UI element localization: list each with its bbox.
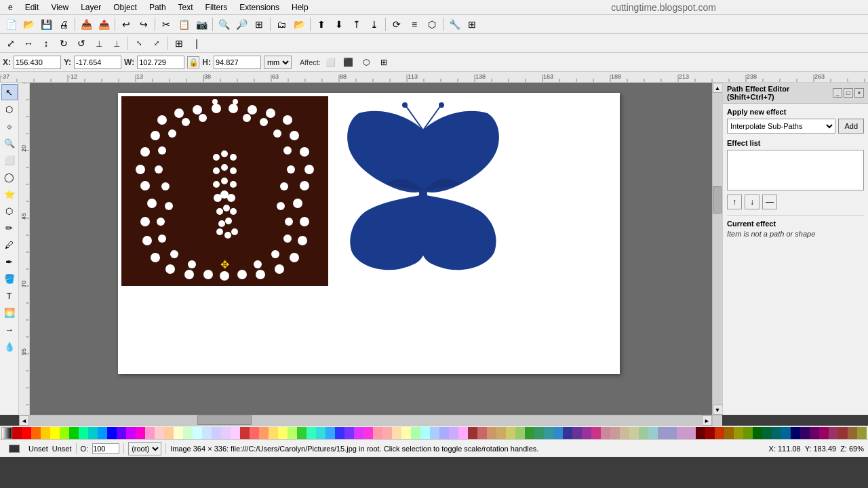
- scroll-thumb-v[interactable]: [713, 186, 722, 214]
- sel-snap1-btn[interactable]: ⤡: [131, 35, 147, 52]
- group-btn[interactable]: 🗂: [273, 16, 290, 33]
- palette-swatch[interactable]: [221, 427, 231, 439]
- palette-swatch[interactable]: [677, 427, 686, 439]
- palette-swatch[interactable]: [667, 427, 677, 439]
- tool-select[interactable]: ↖: [1, 84, 18, 100]
- lower-bottom-btn[interactable]: ⤓: [366, 16, 382, 33]
- menu-view[interactable]: View: [45, 1, 74, 14]
- palette-swatch[interactable]: [724, 427, 734, 439]
- menu-filters[interactable]: Filters: [200, 1, 233, 14]
- palette-swatch[interactable]: [420, 427, 430, 439]
- palette-swatch[interactable]: [591, 427, 601, 439]
- add-effect-btn[interactable]: Add: [838, 119, 864, 134]
- palette-swatch[interactable]: [772, 427, 781, 439]
- fill-stroke-indicator[interactable]: [4, 445, 24, 453]
- lock-proportions-btn[interactable]: 🔒: [187, 56, 199, 68]
- tool-zoom[interactable]: 🔍: [1, 135, 18, 151]
- effect-list-box[interactable]: [727, 150, 864, 190]
- palette-swatch[interactable]: [212, 427, 221, 439]
- sel-y-flip-btn[interactable]: ↕: [38, 35, 54, 52]
- effect-duplicate-btn[interactable]: —: [762, 195, 777, 209]
- palette-swatch[interactable]: [743, 427, 753, 439]
- effect-dropdown[interactable]: Interpolate Sub-Paths Bend Envelope Defo…: [727, 119, 835, 134]
- palette-swatch[interactable]: [202, 427, 212, 439]
- palette-swatch[interactable]: [496, 427, 506, 439]
- zoom-fit-btn[interactable]: ⊞: [251, 16, 267, 33]
- palette-swatch[interactable]: [193, 427, 202, 439]
- sel-transform-btn[interactable]: ⤢: [3, 35, 19, 52]
- palette-swatch[interactable]: [629, 427, 639, 439]
- palette-swatch[interactable]: [183, 427, 193, 439]
- palette-swatch[interactable]: [838, 427, 848, 439]
- no-color-swatch[interactable]: [1, 427, 12, 439]
- palette-swatch[interactable]: [174, 427, 183, 439]
- palette-swatch[interactable]: [126, 427, 136, 439]
- palette-swatch[interactable]: [98, 427, 107, 439]
- palette-swatch[interactable]: [60, 427, 69, 439]
- scroll-right-btn[interactable]: ►: [702, 415, 712, 426]
- palette-swatch[interactable]: [117, 427, 126, 439]
- menu-file[interactable]: e: [3, 1, 18, 14]
- palette-swatch[interactable]: [22, 427, 31, 439]
- palette-swatch[interactable]: [468, 427, 477, 439]
- palette-swatch[interactable]: [810, 427, 819, 439]
- palette-swatch[interactable]: [439, 427, 449, 439]
- scroll-up-btn[interactable]: ▲: [713, 83, 723, 93]
- palette-swatch[interactable]: [791, 427, 800, 439]
- guides-btn[interactable]: |: [189, 35, 205, 52]
- raise-btn[interactable]: ⬆: [313, 16, 330, 33]
- effect-up-btn[interactable]: ↑: [727, 195, 742, 209]
- print-btn[interactable]: 🖨: [56, 16, 72, 33]
- scroll-down-btn[interactable]: ▼: [713, 405, 723, 415]
- palette-swatch[interactable]: [658, 427, 667, 439]
- align-btn[interactable]: ≡: [406, 16, 422, 33]
- redo-btn[interactable]: ↪: [136, 16, 152, 33]
- palette-swatch[interactable]: [69, 427, 79, 439]
- sel-rotate-ccw-btn[interactable]: ↺: [73, 35, 90, 52]
- palette-swatch[interactable]: [326, 427, 335, 439]
- panel-close-btn[interactable]: ×: [854, 88, 864, 98]
- tool-node[interactable]: ⬡: [1, 101, 18, 117]
- tool-pencil[interactable]: ✏: [1, 220, 18, 236]
- new-btn[interactable]: 📄: [3, 16, 19, 33]
- sel-skew-v-btn[interactable]: ⟂: [108, 35, 125, 52]
- h-input[interactable]: [214, 56, 261, 69]
- sel-x-flip-btn[interactable]: ↔: [20, 35, 37, 52]
- tool-text[interactable]: T: [1, 287, 18, 304]
- tool-pen[interactable]: 🖊: [1, 237, 18, 253]
- tool-gradient[interactable]: 🌅: [1, 304, 18, 321]
- sel-rotate-cw-btn[interactable]: ↻: [56, 35, 72, 52]
- palette-swatch[interactable]: [411, 427, 420, 439]
- brown-image[interactable]: ✥: [121, 96, 328, 286]
- blue-butterfly[interactable]: [342, 96, 505, 286]
- palette-swatch[interactable]: [316, 427, 326, 439]
- y-input[interactable]: [74, 56, 121, 69]
- palette-swatch[interactable]: [50, 427, 60, 439]
- paste-btn[interactable]: 📷: [193, 16, 210, 33]
- palette-swatch[interactable]: [430, 427, 439, 439]
- palette-swatch[interactable]: [269, 427, 278, 439]
- open-btn[interactable]: 📂: [20, 16, 37, 33]
- zoom-out-btn[interactable]: 🔎: [233, 16, 250, 33]
- palette-swatch[interactable]: [705, 427, 715, 439]
- palette-swatch[interactable]: [563, 427, 572, 439]
- lower-btn[interactable]: ⬇: [331, 16, 347, 33]
- palette-swatch[interactable]: [145, 427, 155, 439]
- grid-btn[interactable]: ⊞: [464, 16, 480, 33]
- menu-layer[interactable]: Layer: [75, 1, 106, 14]
- palette-swatch[interactable]: [401, 427, 411, 439]
- palette-swatch[interactable]: [610, 427, 620, 439]
- palette-swatch[interactable]: [487, 427, 496, 439]
- palette-swatch[interactable]: [781, 427, 791, 439]
- palette-swatch[interactable]: [107, 427, 117, 439]
- save-btn[interactable]: 💾: [38, 16, 54, 33]
- palette-swatch[interactable]: [392, 427, 401, 439]
- tool-connector[interactable]: →: [1, 321, 18, 338]
- palette-swatch[interactable]: [620, 427, 629, 439]
- palette-swatch[interactable]: [278, 427, 288, 439]
- palette-swatch[interactable]: [829, 427, 838, 439]
- snap-btn[interactable]: 🔧: [446, 16, 462, 33]
- horizontal-scrollbar[interactable]: ◄ ►: [19, 415, 722, 426]
- sel-skew-h-btn[interactable]: ⟂: [91, 35, 107, 52]
- menu-text[interactable]: Text: [173, 1, 199, 14]
